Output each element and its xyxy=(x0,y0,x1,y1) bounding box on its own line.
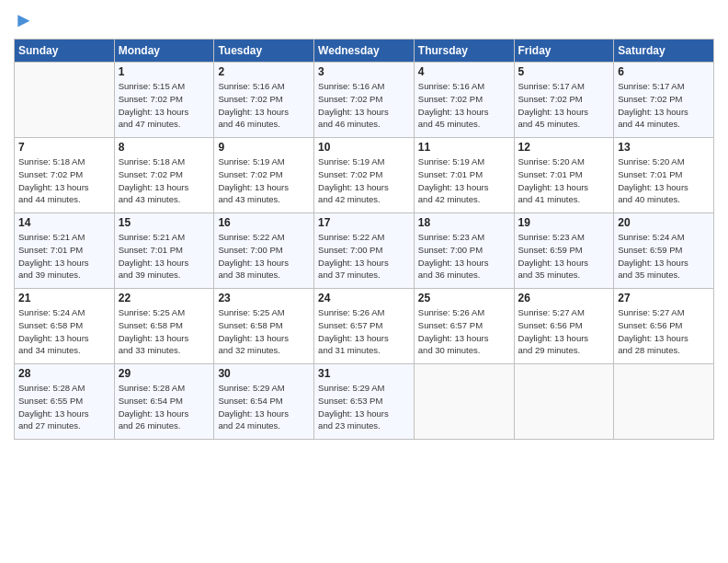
day-number: 3 xyxy=(318,65,410,78)
day-info: Sunrise: 5:18 AM Sunset: 7:02 PM Dayligh… xyxy=(18,155,110,206)
day-info: Sunrise: 5:16 AM Sunset: 7:02 PM Dayligh… xyxy=(418,80,510,131)
day-number: 17 xyxy=(318,216,410,229)
header: ► xyxy=(14,9,714,31)
calendar-cell: 27Sunrise: 5:27 AM Sunset: 6:56 PM Dayli… xyxy=(614,289,714,364)
day-number: 13 xyxy=(618,141,710,154)
day-number: 4 xyxy=(418,65,510,78)
calendar-cell: 9Sunrise: 5:19 AM Sunset: 7:02 PM Daylig… xyxy=(214,138,314,213)
day-number: 27 xyxy=(618,292,710,304)
calendar-cell xyxy=(614,364,714,440)
calendar-cell xyxy=(15,63,115,138)
calendar-cell: 30Sunrise: 5:29 AM Sunset: 6:54 PM Dayli… xyxy=(214,364,314,440)
day-info: Sunrise: 5:24 AM Sunset: 6:59 PM Dayligh… xyxy=(618,231,710,282)
calendar-table: SundayMondayTuesdayWednesdayThursdayFrid… xyxy=(14,39,714,440)
day-info: Sunrise: 5:17 AM Sunset: 7:02 PM Dayligh… xyxy=(618,80,710,131)
day-number: 19 xyxy=(518,216,610,229)
calendar-cell: 11Sunrise: 5:19 AM Sunset: 7:01 PM Dayli… xyxy=(414,138,514,213)
calendar-cell: 2Sunrise: 5:16 AM Sunset: 7:02 PM Daylig… xyxy=(214,63,314,138)
calendar-cell: 24Sunrise: 5:26 AM Sunset: 6:57 PM Dayli… xyxy=(314,289,415,364)
day-info: Sunrise: 5:23 AM Sunset: 6:59 PM Dayligh… xyxy=(518,231,610,282)
day-number: 16 xyxy=(218,216,310,229)
day-number: 23 xyxy=(218,292,310,304)
weekday-header-saturday: Saturday xyxy=(614,40,714,63)
weekday-header-wednesday: Wednesday xyxy=(314,40,415,63)
day-number: 2 xyxy=(218,65,310,78)
calendar-cell: 8Sunrise: 5:18 AM Sunset: 7:02 PM Daylig… xyxy=(114,138,214,213)
day-info: Sunrise: 5:25 AM Sunset: 6:58 PM Dayligh… xyxy=(218,306,310,357)
calendar-cell: 19Sunrise: 5:23 AM Sunset: 6:59 PM Dayli… xyxy=(514,213,614,289)
day-number: 14 xyxy=(18,216,110,229)
calendar-cell: 5Sunrise: 5:17 AM Sunset: 7:02 PM Daylig… xyxy=(514,63,614,138)
day-info: Sunrise: 5:20 AM Sunset: 7:01 PM Dayligh… xyxy=(518,155,610,206)
day-number: 10 xyxy=(318,141,410,154)
weekday-header-tuesday: Tuesday xyxy=(214,40,314,63)
calendar-cell: 29Sunrise: 5:28 AM Sunset: 6:54 PM Dayli… xyxy=(114,364,214,440)
day-info: Sunrise: 5:16 AM Sunset: 7:02 PM Dayligh… xyxy=(218,80,310,131)
day-number: 9 xyxy=(218,141,310,154)
day-info: Sunrise: 5:16 AM Sunset: 7:02 PM Dayligh… xyxy=(318,80,410,131)
calendar-cell: 18Sunrise: 5:23 AM Sunset: 7:00 PM Dayli… xyxy=(414,213,514,289)
calendar-cell: 20Sunrise: 5:24 AM Sunset: 6:59 PM Dayli… xyxy=(614,213,714,289)
calendar-cell: 4Sunrise: 5:16 AM Sunset: 7:02 PM Daylig… xyxy=(414,63,514,138)
day-info: Sunrise: 5:26 AM Sunset: 6:57 PM Dayligh… xyxy=(418,306,510,357)
day-info: Sunrise: 5:22 AM Sunset: 7:00 PM Dayligh… xyxy=(318,231,410,282)
calendar-week-row: 7Sunrise: 5:18 AM Sunset: 7:02 PM Daylig… xyxy=(15,138,714,213)
calendar-cell: 10Sunrise: 5:19 AM Sunset: 7:02 PM Dayli… xyxy=(314,138,415,213)
day-info: Sunrise: 5:19 AM Sunset: 7:02 PM Dayligh… xyxy=(218,155,310,206)
day-info: Sunrise: 5:23 AM Sunset: 7:00 PM Dayligh… xyxy=(418,231,510,282)
day-info: Sunrise: 5:25 AM Sunset: 6:58 PM Dayligh… xyxy=(119,306,210,357)
calendar-cell: 22Sunrise: 5:25 AM Sunset: 6:58 PM Dayli… xyxy=(114,289,214,364)
day-number: 22 xyxy=(119,292,210,304)
calendar-cell xyxy=(414,364,514,440)
calendar-week-row: 28Sunrise: 5:28 AM Sunset: 6:55 PM Dayli… xyxy=(15,364,714,440)
day-number: 15 xyxy=(119,216,210,229)
day-number: 28 xyxy=(18,367,110,380)
calendar-cell: 28Sunrise: 5:28 AM Sunset: 6:55 PM Dayli… xyxy=(15,364,115,440)
calendar-cell: 26Sunrise: 5:27 AM Sunset: 6:56 PM Dayli… xyxy=(514,289,614,364)
calendar-cell: 1Sunrise: 5:15 AM Sunset: 7:02 PM Daylig… xyxy=(114,63,214,138)
day-info: Sunrise: 5:20 AM Sunset: 7:01 PM Dayligh… xyxy=(618,155,710,206)
day-info: Sunrise: 5:28 AM Sunset: 6:55 PM Dayligh… xyxy=(18,382,110,432)
day-number: 24 xyxy=(318,292,410,304)
day-number: 21 xyxy=(18,292,110,304)
calendar-cell: 14Sunrise: 5:21 AM Sunset: 7:01 PM Dayli… xyxy=(15,213,115,289)
weekday-header-friday: Friday xyxy=(514,40,614,63)
day-number: 1 xyxy=(119,65,210,78)
day-info: Sunrise: 5:26 AM Sunset: 6:57 PM Dayligh… xyxy=(318,306,410,357)
day-info: Sunrise: 5:19 AM Sunset: 7:01 PM Dayligh… xyxy=(418,155,510,206)
day-number: 20 xyxy=(618,216,710,229)
calendar-cell: 17Sunrise: 5:22 AM Sunset: 7:00 PM Dayli… xyxy=(314,213,415,289)
day-number: 29 xyxy=(119,367,210,380)
calendar-cell: 15Sunrise: 5:21 AM Sunset: 7:01 PM Dayli… xyxy=(114,213,214,289)
day-info: Sunrise: 5:24 AM Sunset: 6:58 PM Dayligh… xyxy=(18,306,110,357)
day-info: Sunrise: 5:17 AM Sunset: 7:02 PM Dayligh… xyxy=(518,80,610,131)
day-info: Sunrise: 5:22 AM Sunset: 7:00 PM Dayligh… xyxy=(218,231,310,282)
day-info: Sunrise: 5:29 AM Sunset: 6:54 PM Dayligh… xyxy=(218,382,310,432)
calendar-cell xyxy=(514,364,614,440)
day-info: Sunrise: 5:27 AM Sunset: 6:56 PM Dayligh… xyxy=(618,306,710,357)
calendar-cell: 13Sunrise: 5:20 AM Sunset: 7:01 PM Dayli… xyxy=(614,138,714,213)
calendar-cell: 31Sunrise: 5:29 AM Sunset: 6:53 PM Dayli… xyxy=(314,364,415,440)
day-info: Sunrise: 5:28 AM Sunset: 6:54 PM Dayligh… xyxy=(119,382,210,432)
calendar-cell: 21Sunrise: 5:24 AM Sunset: 6:58 PM Dayli… xyxy=(15,289,115,364)
calendar-cell: 7Sunrise: 5:18 AM Sunset: 7:02 PM Daylig… xyxy=(15,138,115,213)
day-number: 6 xyxy=(618,65,710,78)
day-info: Sunrise: 5:29 AM Sunset: 6:53 PM Dayligh… xyxy=(318,382,410,432)
day-number: 31 xyxy=(318,367,410,380)
day-info: Sunrise: 5:21 AM Sunset: 7:01 PM Dayligh… xyxy=(18,231,110,282)
day-number: 11 xyxy=(418,141,510,154)
day-info: Sunrise: 5:27 AM Sunset: 6:56 PM Dayligh… xyxy=(518,306,610,357)
calendar-cell: 16Sunrise: 5:22 AM Sunset: 7:00 PM Dayli… xyxy=(214,213,314,289)
weekday-header-monday: Monday xyxy=(114,40,214,63)
calendar-cell: 6Sunrise: 5:17 AM Sunset: 7:02 PM Daylig… xyxy=(614,63,714,138)
weekday-header-thursday: Thursday xyxy=(414,40,514,63)
day-number: 18 xyxy=(418,216,510,229)
day-number: 8 xyxy=(119,141,210,154)
day-number: 25 xyxy=(418,292,510,304)
calendar-week-row: 21Sunrise: 5:24 AM Sunset: 6:58 PM Dayli… xyxy=(15,289,714,364)
day-info: Sunrise: 5:15 AM Sunset: 7:02 PM Dayligh… xyxy=(119,80,210,131)
day-info: Sunrise: 5:18 AM Sunset: 7:02 PM Dayligh… xyxy=(119,155,210,206)
calendar-cell: 25Sunrise: 5:26 AM Sunset: 6:57 PM Dayli… xyxy=(414,289,514,364)
weekday-header-row: SundayMondayTuesdayWednesdayThursdayFrid… xyxy=(15,40,714,63)
day-number: 7 xyxy=(18,141,110,154)
